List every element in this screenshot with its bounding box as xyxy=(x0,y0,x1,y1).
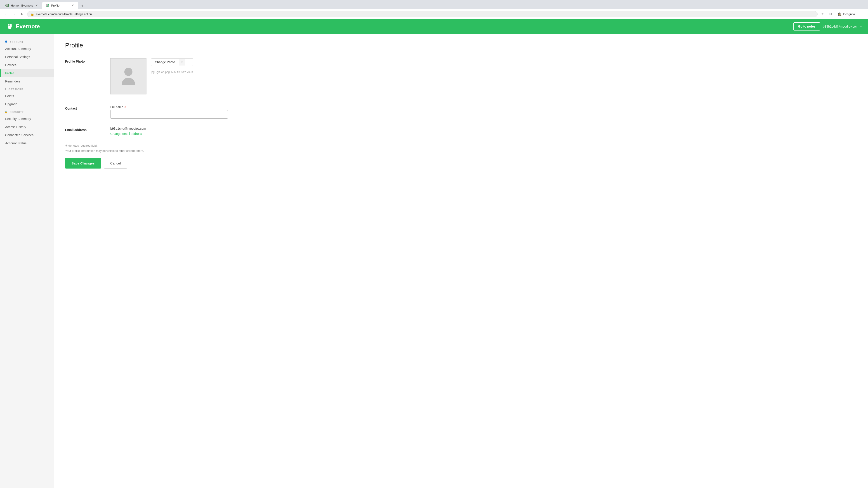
sidebar-item-points[interactable]: Points xyxy=(0,92,54,100)
sidebar-item-account-status[interactable]: Account Status xyxy=(0,139,54,147)
required-note: ✳ denotes required field. xyxy=(65,144,229,147)
required-star: ✳ xyxy=(124,105,127,109)
go-to-notes-button[interactable]: Go to notes xyxy=(794,22,820,31)
browser-chrome: 🐘 Home - Evernote ✕ 🐘 Profile ✕ + ← → ↻ … xyxy=(0,0,868,19)
profile-photo-row: Profile Photo Change Photo ▾ jpg, .gif, … xyxy=(65,58,229,97)
lock-icon: 🔒 xyxy=(31,12,34,16)
email-display: b93b1c4d@moodjoy.com xyxy=(110,127,229,130)
sidebar-item-connected-services[interactable]: Connected Services xyxy=(0,131,54,139)
security-section-label: SECURITY xyxy=(10,111,24,113)
photo-hint: jpg, .gif, or .png. Max file size 700K xyxy=(151,70,193,74)
email-row: Email address b93b1c4d@moodjoy.com Chang… xyxy=(65,127,229,136)
contact-row: Contact Full name✳ xyxy=(65,105,229,119)
contact-content: Full name✳ xyxy=(110,105,229,119)
account-section-icon: 👤 xyxy=(4,40,8,43)
photo-controls: Change Photo ▾ jpg, .gif, or .png. Max f… xyxy=(151,58,193,74)
main-layout: 👤 ACCOUNT Account Summary Personal Setti… xyxy=(0,34,868,488)
tab-bar: 🐘 Home - Evernote ✕ 🐘 Profile ✕ + xyxy=(0,0,868,9)
full-name-label: Full name✳ xyxy=(110,105,229,109)
sidebar-item-upgrade[interactable]: Upgrade xyxy=(0,100,54,108)
browser-menu-button[interactable]: ⋮ xyxy=(859,11,865,17)
app-logo[interactable]: Evernote xyxy=(6,23,40,30)
nav-actions: ☆ ⊡ 🕵 Incognito ⋮ xyxy=(819,11,865,17)
address-bar[interactable]: 🔒 evernote.com/secure/ProfileSettings.ac… xyxy=(27,11,817,17)
tab-profile[interactable]: 🐘 Profile ✕ xyxy=(42,2,78,9)
tab-profile-close[interactable]: ✕ xyxy=(71,4,74,7)
button-row: Save Changes Cancel xyxy=(65,158,229,168)
change-photo-arrow-icon: ▾ xyxy=(179,59,185,66)
visibility-note: Your profile information may be visible … xyxy=(65,149,229,153)
change-photo-text: Change Photo xyxy=(151,59,179,66)
sidebar-item-account-summary[interactable]: Account Summary xyxy=(0,45,54,53)
tab-home[interactable]: 🐘 Home - Evernote ✕ xyxy=(2,2,42,9)
sidebar-item-devices[interactable]: Devices xyxy=(0,61,54,69)
sidebar-item-security-summary[interactable]: Security Summary xyxy=(0,115,54,123)
header-actions: Go to notes b93b1c4d@moodjoy.com ▾ xyxy=(794,22,862,31)
page-title: Profile xyxy=(65,42,229,53)
incognito-label: Incognito xyxy=(843,12,855,16)
nav-bar: ← → ↻ 🔒 evernote.com/secure/ProfileSetti… xyxy=(0,9,868,19)
incognito-button[interactable]: 🕵 Incognito xyxy=(836,11,857,17)
tab-home-icon: 🐘 xyxy=(5,4,9,7)
tab-profile-label: Profile xyxy=(51,4,59,7)
sidebar-item-profile[interactable]: Profile xyxy=(0,69,54,77)
full-name-input[interactable] xyxy=(110,110,228,119)
change-photo-button[interactable]: Change Photo ▾ xyxy=(151,58,193,66)
account-dropdown[interactable]: b93b1c4d@moodjoy.com ▾ xyxy=(823,25,862,28)
email-content: b93b1c4d@moodjoy.com Change email addres… xyxy=(110,127,229,136)
sidebar: 👤 ACCOUNT Account Summary Personal Setti… xyxy=(0,34,54,488)
email-label: Email address xyxy=(65,127,101,136)
profile-photo-label: Profile Photo xyxy=(65,58,101,97)
person-head-icon xyxy=(124,68,132,76)
sidebar-security-section: 🔒 SECURITY xyxy=(0,108,54,115)
address-text: evernote.com/secure/ProfileSettings.acti… xyxy=(36,12,92,16)
incognito-icon: 🕵 xyxy=(838,12,842,16)
security-section-icon: 🔒 xyxy=(4,110,8,113)
sidebar-item-access-history[interactable]: Access History xyxy=(0,123,54,131)
tab-profile-icon: 🐘 xyxy=(46,4,49,7)
contact-label: Contact xyxy=(65,105,101,119)
app-header: Evernote Go to notes b93b1c4d@moodjoy.co… xyxy=(0,19,868,34)
cancel-button[interactable]: Cancel xyxy=(104,158,127,168)
reload-button[interactable]: ↻ xyxy=(19,11,25,17)
app-logo-text: Evernote xyxy=(16,23,40,30)
sidebar-get-more-section: ⬆ GET MORE xyxy=(0,86,54,92)
person-body-icon xyxy=(122,78,135,85)
bookmark-icon[interactable]: ☆ xyxy=(819,11,826,17)
tab-home-close[interactable]: ✕ xyxy=(35,4,38,7)
change-email-link[interactable]: Change email address xyxy=(110,132,142,135)
tab-home-label: Home - Evernote xyxy=(11,4,33,7)
account-email: b93b1c4d@moodjoy.com xyxy=(823,25,859,28)
dropdown-arrow-icon: ▾ xyxy=(860,25,862,28)
photo-placeholder xyxy=(110,58,147,94)
sidebar-item-reminders[interactable]: Reminders xyxy=(0,77,54,86)
person-placeholder-icon xyxy=(122,68,135,85)
new-tab-button[interactable]: + xyxy=(79,3,86,9)
main-content: Profile Profile Photo Change Photo ▾ jpg… xyxy=(54,34,240,488)
forward-button[interactable]: → xyxy=(11,11,17,17)
profile-photo-content: Change Photo ▾ jpg, .gif, or .png. Max f… xyxy=(110,58,229,97)
split-view-icon[interactable]: ⊡ xyxy=(828,11,834,17)
get-more-section-icon: ⬆ xyxy=(4,88,7,91)
save-button[interactable]: Save Changes xyxy=(65,158,101,168)
evernote-logo-icon xyxy=(6,23,13,30)
back-button[interactable]: ← xyxy=(3,11,9,17)
account-section-label: ACCOUNT xyxy=(10,41,24,43)
sidebar-account-section: 👤 ACCOUNT xyxy=(0,38,54,45)
get-more-section-label: GET MORE xyxy=(8,88,23,91)
sidebar-item-personal-settings[interactable]: Personal Settings xyxy=(0,53,54,61)
